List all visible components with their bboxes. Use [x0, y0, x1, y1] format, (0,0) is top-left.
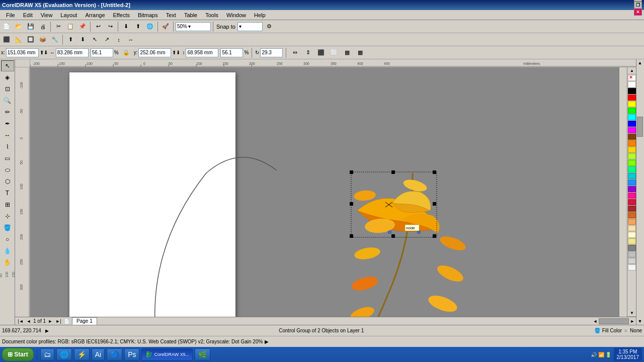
w-scale-input[interactable] [91, 48, 113, 57]
hscroll-right[interactable]: ► [629, 318, 636, 325]
corel-app-launch[interactable]: 🚀 [160, 21, 171, 32]
page-last-btn[interactable]: ►| [55, 318, 62, 325]
dodgerblue-swatch[interactable] [628, 179, 636, 186]
select-tool[interactable]: ↖ [1, 60, 14, 71]
sandybrown-swatch[interactable] [628, 219, 636, 225]
zoom-dropdown[interactable]: 50% ▾ [176, 22, 211, 31]
menu-window[interactable]: Window [222, 11, 250, 19]
new-button[interactable]: 📄 [1, 21, 12, 32]
lock-ratio-button[interactable]: 🔒 [121, 47, 132, 58]
menu-text[interactable]: Text [162, 11, 180, 19]
mesh-fill-tool[interactable]: ⊹ [1, 211, 14, 222]
page1-tab[interactable]: Page 1 [72, 317, 97, 325]
prop-btn5[interactable]: ▦ [342, 47, 353, 58]
paste-button[interactable]: 📌 [77, 21, 88, 32]
palette-down-arrow[interactable]: ▼ [627, 310, 636, 317]
redo-button[interactable]: ↪ [105, 21, 116, 32]
mirror-h-button[interactable]: ⇔ [289, 47, 300, 58]
hscroll-thumb[interactable] [599, 318, 629, 324]
brown-swatch[interactable] [628, 134, 636, 140]
connector-tool[interactable]: ⌇ [1, 141, 14, 152]
tb2-btn5[interactable]: 🔧 [49, 34, 60, 45]
text-tool[interactable]: T [1, 188, 14, 199]
deeppink-swatch[interactable] [628, 193, 636, 199]
ellipse-tool[interactable]: ⬭ [1, 164, 14, 175]
menu-edit[interactable]: Edit [19, 11, 37, 19]
poly-tool[interactable]: ⬡ [1, 176, 14, 187]
start-button[interactable]: ⊞ Start [2, 348, 34, 361]
blue-swatch[interactable] [628, 121, 636, 127]
print-button[interactable]: 🖨 [37, 21, 48, 32]
w-input[interactable] [56, 48, 89, 57]
mirror-v-button[interactable]: ⇕ [302, 47, 313, 58]
menu-view[interactable]: View [37, 11, 57, 19]
freehand-tool[interactable]: ✏ [1, 107, 14, 118]
h-input[interactable] [186, 48, 218, 57]
fill-tool[interactable]: 🪣 [1, 222, 14, 233]
brown2-swatch[interactable] [628, 206, 636, 212]
tb2-btn3[interactable]: 🔲 [25, 34, 36, 45]
yellow-swatch[interactable] [628, 101, 636, 107]
save-button[interactable]: 💾 [25, 21, 36, 32]
tb2-btn10[interactable]: ↕ [113, 34, 124, 45]
prop-btn4[interactable]: ⬜ [329, 47, 340, 58]
restore-button[interactable]: ❐ [634, 2, 642, 9]
taskbar-illustrator[interactable]: Ai [92, 348, 105, 360]
lemonchiffon-swatch[interactable] [628, 232, 636, 238]
x-input[interactable] [6, 48, 39, 57]
zoom-tool[interactable]: 🔍 [1, 95, 14, 106]
prop-btn6[interactable]: ▩ [355, 47, 366, 58]
taskbar-chrome[interactable]: 🔵 [107, 348, 122, 360]
import-button[interactable]: ⬇ [120, 21, 131, 32]
dimension-tool[interactable]: ↔ [1, 130, 14, 141]
orange-swatch[interactable] [628, 140, 636, 146]
tb2-btn8[interactable]: ↖ [89, 34, 100, 45]
white-swatch[interactable] [628, 81, 636, 87]
close-button[interactable]: ✕ [634, 9, 642, 16]
crop-tool[interactable]: ⊡ [1, 83, 14, 95]
crimson-swatch[interactable] [628, 199, 636, 205]
menu-layout[interactable]: Layout [56, 11, 81, 19]
none-swatch[interactable]: ✕ [628, 75, 636, 81]
hand-tool[interactable]: ✋ [1, 257, 14, 268]
tb2-btn9[interactable]: ↗ [101, 34, 112, 45]
table-tool[interactable]: ⊞ [1, 199, 14, 210]
eyedrop-tool[interactable]: 💧 [1, 245, 14, 256]
black-swatch[interactable] [628, 88, 636, 94]
vscroll-track[interactable] [636, 66, 644, 318]
menu-file[interactable]: File [2, 11, 19, 19]
tb2-btn4[interactable]: 📦 [37, 34, 48, 45]
khaki-swatch[interactable] [628, 238, 636, 244]
menu-bitmaps[interactable]: Bitmaps [134, 11, 162, 19]
y-input[interactable] [138, 48, 171, 57]
taskbar-ie[interactable]: 🌐 [56, 348, 72, 360]
taskbar-corel2[interactable]: 🌿 [195, 348, 210, 360]
color-profile-expand[interactable]: ▶ [265, 339, 269, 344]
menu-help[interactable]: Help [250, 11, 270, 19]
springgreen-swatch[interactable] [628, 166, 636, 172]
page-next-btn[interactable]: ► [47, 318, 54, 325]
vscroll-up[interactable]: ▲ [636, 59, 643, 66]
outline-tool[interactable]: ○ [1, 234, 14, 245]
open-button[interactable]: 📂 [13, 21, 24, 32]
rect-tool[interactable]: ▭ [1, 153, 14, 164]
undo-button[interactable]: ↩ [93, 21, 104, 32]
vscroll-down[interactable]: ▼ [636, 318, 643, 325]
taskbar-explorer[interactable]: 🗂 [40, 348, 54, 360]
page-first-btn[interactable]: |◄ [17, 318, 24, 325]
taskbar-coreldraw[interactable]: 🐉 CorelDRAW X5... [141, 348, 193, 360]
cut-button[interactable]: ✂ [53, 21, 64, 32]
prop-btn3[interactable]: ⬛ [315, 47, 327, 58]
canvas-area[interactable]: node [30, 67, 627, 317]
snap-settings[interactable]: ⚙ [264, 21, 275, 32]
violet-swatch[interactable] [628, 186, 636, 192]
snap-dropdown[interactable]: ▾ [237, 22, 263, 31]
menu-arrange[interactable]: Arrange [81, 11, 109, 19]
chartreuse-swatch[interactable] [628, 160, 636, 166]
yellowgreen-swatch[interactable] [628, 153, 636, 159]
h-scale-input[interactable] [220, 48, 243, 57]
whitesmoke-swatch[interactable] [628, 264, 636, 270]
chocolate-swatch[interactable] [628, 212, 636, 218]
silver-swatch[interactable] [628, 251, 636, 257]
taskbar-flash[interactable]: ⚡ [74, 348, 90, 360]
